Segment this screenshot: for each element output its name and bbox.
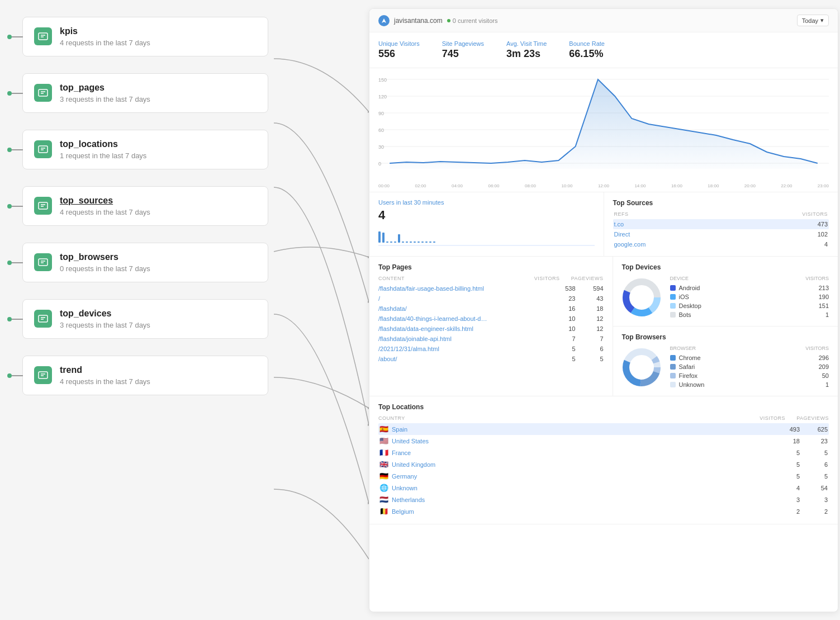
node-content-kpis: kpis 4 requests in the last 7 days: [60, 26, 150, 47]
bar-1: [378, 231, 381, 243]
top-browsers-title: Top Browsers: [622, 333, 829, 341]
bar-5: [394, 242, 396, 243]
connector-top_sources: [7, 204, 23, 209]
svg-text:120: 120: [378, 94, 387, 100]
bar-8: [406, 242, 408, 243]
svg-text:60: 60: [378, 127, 384, 133]
svg-rect-18: [39, 259, 48, 266]
country-row-uk: 🇬🇧 United Kingdom 5 6: [378, 458, 829, 470]
node-label-top_sources[interactable]: top_sources: [60, 196, 150, 206]
devices-legend-header: DEVICE VISITORS: [670, 276, 829, 281]
page-row-4: /flashdata/40-things-i-learned-about-dat…: [378, 314, 604, 324]
country-row-unknown: 🌐 Unknown 4 54: [378, 482, 829, 494]
connector-trend: [7, 373, 23, 378]
page-row-6: /flashdata/joinable-api.html 7 7: [378, 334, 604, 344]
top-sources-panel: Top Sources REFS VISITORS t.co 473 Direc…: [604, 192, 838, 256]
bar-7: [402, 242, 404, 243]
bar-10: [414, 242, 416, 243]
top-locations-panel: Top Locations COUNTRY VISITORS PAGEVIEWS…: [369, 396, 838, 524]
node-top_browsers: top_browsers 0 requests in the last 7 da…: [22, 243, 268, 282]
connector-top_browsers: [7, 261, 23, 265]
top-pages-panel: Top Pages CONTENT VISITORS PAGEVIEWS /fl…: [369, 257, 613, 396]
node-icon-top_sources: [34, 197, 52, 215]
node-content-top_sources: top_sources 4 requests in the last 7 day…: [60, 196, 150, 216]
node-label-top_browsers[interactable]: top_browsers: [60, 252, 150, 262]
node-top_pages: top_pages 3 requests in the last 7 days: [22, 73, 268, 113]
kpi-item-unique-visitors: Unique Visitors556: [378, 40, 420, 60]
node-content-top_locations: top_locations 1 request in the last 7 da…: [60, 139, 146, 160]
top-locations-title: Top Locations: [378, 403, 829, 411]
bar-2: [382, 233, 385, 243]
browsers-donut: [622, 348, 661, 387]
bar-12: [421, 242, 424, 243]
kpi-item-avg.-visit-time: Avg. Visit Time3m 23s: [506, 40, 547, 60]
node-requests-top_locations: 1 request in the last 7 days: [60, 152, 146, 160]
pages-table-header: CONTENT VISITORS PAGEVIEWS: [378, 276, 604, 281]
svg-text:30: 30: [378, 144, 384, 150]
node-top_devices: top_devices 3 requests in the last 7 day…: [22, 299, 268, 339]
app-logo: [378, 15, 390, 26]
node-label-top_pages[interactable]: top_pages: [60, 83, 150, 93]
node-icon-kpis: [34, 27, 52, 45]
country-row-netherlands: 🇳🇱 Netherlands 3 3: [378, 494, 829, 505]
node-label-trend[interactable]: trend: [60, 365, 150, 375]
dashboard-panel: javisantana.com 0 current visitors Today…: [369, 8, 838, 612]
kpi-row: Unique Visitors556Site Pageviews745Avg. …: [369, 32, 838, 68]
chart-x-labels: 00:00 02:00 04:00 06:00 08:00 10:00 12:0…: [378, 182, 829, 192]
main-chart-section: 150 120 90 60 30 0 00:00 02:00: [369, 68, 838, 192]
page-row-2: / 23 43: [378, 294, 604, 304]
node-label-top_devices[interactable]: top_devices: [60, 309, 150, 319]
bar-13: [425, 242, 428, 243]
connector-top_locations: [7, 148, 23, 152]
page-row-1: /flashdata/fair-usage-based-billing.html…: [378, 283, 604, 294]
top-browsers-panel: Top Browsers BROWSER: [613, 326, 838, 396]
node-icon-top_browsers: [34, 253, 52, 271]
source-row-2: Direct 102: [613, 229, 829, 239]
users-30min-label: Users in last 30 minutes: [378, 199, 595, 206]
users-bar-line: [378, 245, 595, 246]
period-selector[interactable]: Today ▾: [797, 15, 829, 26]
page-row-8: /about/ 5 5: [378, 354, 604, 364]
node-requests-top_sources: 4 requests in the last 7 days: [60, 208, 150, 216]
node-icon-top_locations: [34, 140, 52, 158]
devices-legend: DEVICE VISITORS Android 213: [670, 276, 829, 319]
device-android: Android 213: [670, 283, 829, 292]
nodes-panel: kpis 4 requests in the last 7 days top_p…: [22, 17, 268, 395]
svg-rect-12: [39, 146, 48, 153]
node-icon-top_devices: [34, 310, 52, 328]
country-row-germany: 🇩🇪 Germany 5 5: [378, 470, 829, 482]
svg-rect-24: [39, 372, 48, 378]
browsers-legend: BROWSER VISITORS Chrome 296: [670, 346, 829, 389]
top-devices-panel: Top Devices DEVICE: [613, 257, 838, 326]
devices-donut: [622, 278, 661, 317]
live-visitors: 0 current visitors: [447, 17, 498, 24]
node-top_sources: top_sources 4 requests in the last 7 day…: [22, 186, 268, 226]
source-row-1: t.co 473: [613, 219, 829, 229]
device-desktop: Desktop 151: [670, 301, 829, 310]
page-row-3: /flashdata/ 16 18: [378, 304, 604, 314]
connector-kpis: [7, 35, 23, 39]
site-name: javisantana.com: [394, 17, 443, 25]
node-kpis: kpis 4 requests in the last 7 days: [22, 17, 268, 56]
users-30min-count: 4: [378, 208, 595, 223]
svg-text:150: 150: [378, 77, 387, 83]
node-label-kpis[interactable]: kpis: [60, 26, 150, 36]
header-left: javisantana.com 0 current visitors: [378, 15, 497, 26]
device-ios: iOS 190: [670, 292, 829, 301]
browsers-chart-row: BROWSER VISITORS Chrome 296: [622, 346, 829, 389]
page-row-5: /flashdata/data-engineer-skills.html 10 …: [378, 324, 604, 334]
pages-devices-row: Top Pages CONTENT VISITORS PAGEVIEWS /fl…: [369, 257, 838, 396]
node-requests-top_browsers: 0 requests in the last 7 days: [60, 264, 150, 273]
country-row-spain: 🇪🇸 Spain 493 625: [378, 423, 829, 435]
node-content-top_browsers: top_browsers 0 requests in the last 7 da…: [60, 252, 150, 273]
svg-rect-15: [39, 202, 48, 209]
node-content-top_pages: top_pages 3 requests in the last 7 days: [60, 83, 150, 103]
devices-chart-row: DEVICE VISITORS Android 213: [622, 276, 829, 319]
device-bots: Bots 1: [670, 310, 829, 319]
bar-4: [390, 242, 392, 243]
bar-9: [410, 242, 412, 243]
users-30min-panel: Users in last 30 minutes 4: [369, 192, 604, 256]
kpi-item-bounce-rate: Bounce Rate66.15%: [569, 40, 605, 60]
node-label-top_locations[interactable]: top_locations: [60, 139, 146, 149]
svg-rect-6: [39, 33, 48, 40]
